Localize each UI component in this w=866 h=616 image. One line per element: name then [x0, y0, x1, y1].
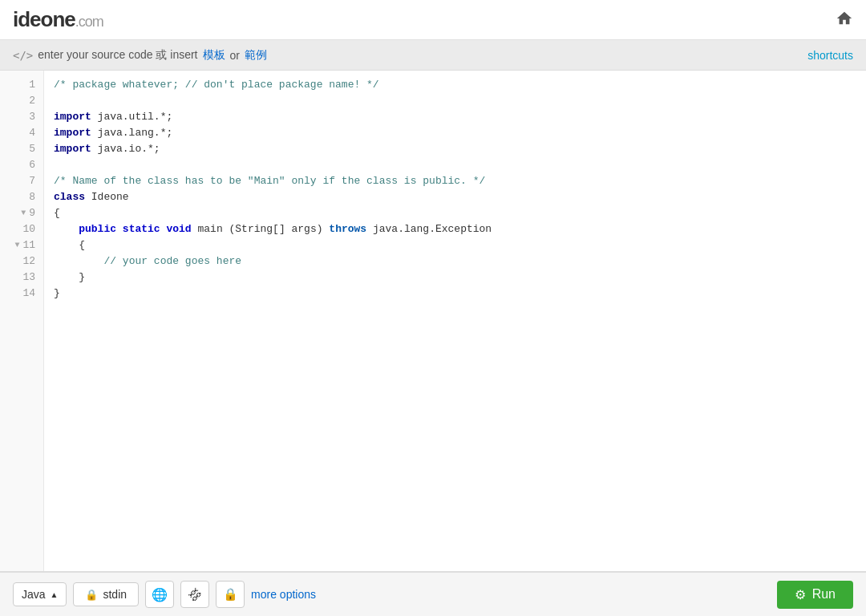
code-line-10: public static void main (String[] args) …	[54, 221, 856, 237]
link-button[interactable]: ⛓	[180, 581, 209, 608]
code-line-9: {	[54, 205, 856, 221]
code-line-8: class Ideone	[54, 189, 856, 205]
more-options-link[interactable]: more options	[251, 588, 316, 601]
visibility-public-button[interactable]: 🌐	[145, 581, 174, 608]
gear-icon: ⚙	[795, 587, 806, 602]
line-num-5: 5	[0, 141, 43, 157]
logo: ideone.com	[13, 7, 103, 32]
logo-main: ideone	[13, 7, 75, 31]
code-line-4: import java.lang.*;	[54, 125, 856, 141]
code-line-13: }	[54, 270, 856, 286]
run-button[interactable]: ⚙ Run	[777, 581, 853, 609]
language-label: Java	[22, 588, 46, 601]
example-link[interactable]: 範例	[245, 48, 267, 63]
bottom-bar: Java ▲ 🔒 stdin 🌐 ⛓ 🔒 more options ⚙ Run	[0, 572, 866, 616]
code-line-12: // your code goes here	[54, 253, 856, 270]
stdin-button[interactable]: 🔒 stdin	[73, 582, 139, 606]
line-num-13: 13	[0, 270, 43, 286]
home-icon[interactable]	[836, 10, 853, 30]
code-line-7: /* Name of the class has to be "Main" on…	[54, 173, 856, 189]
code-line-6	[54, 157, 856, 173]
toolbar-prompt: enter your source code 或 insert	[38, 48, 197, 63]
globe-icon: 🌐	[152, 587, 168, 602]
line-num-4: 4	[0, 125, 43, 141]
code-editor[interactable]: /* package whatever; // don't place pack…	[44, 71, 866, 571]
code-line-14: }	[54, 286, 856, 302]
code-line-3: import java.util.*;	[54, 109, 856, 125]
line-num-8: 8	[0, 189, 43, 205]
language-selector-button[interactable]: Java ▲	[13, 582, 67, 606]
toolbar-left: </> enter your source code 或 insert 模板 o…	[13, 48, 267, 63]
line-numbers: 1 2 3 4 5 6 7 8 ▼9 10 ▼11 12 13 14	[0, 71, 44, 571]
header: ideone.com	[0, 0, 866, 40]
code-line-11: {	[54, 237, 856, 253]
line-num-6: 6	[0, 157, 43, 173]
code-line-1: /* package whatever; // don't place pack…	[54, 77, 856, 93]
code-brackets-icon: </>	[13, 49, 33, 62]
link-icon: ⛓	[186, 586, 204, 604]
shortcuts-link[interactable]: shortcuts	[807, 49, 853, 62]
line-num-3: 3	[0, 109, 43, 125]
code-line-5: import java.io.*;	[54, 141, 856, 157]
line-num-11[interactable]: ▼11	[0, 237, 43, 253]
lock-icon: 🔒	[223, 587, 238, 602]
code-line-2	[54, 93, 856, 109]
line-num-1: 1	[0, 77, 43, 93]
line-num-12: 12	[0, 253, 43, 270]
template-link[interactable]: 模板	[203, 48, 225, 63]
line-num-9[interactable]: ▼9	[0, 205, 43, 221]
stdin-lock-icon: 🔒	[85, 589, 98, 601]
line-num-10: 10	[0, 221, 43, 237]
line-num-7: 7	[0, 173, 43, 189]
logo-dotcom: .com	[75, 14, 103, 30]
line-num-2: 2	[0, 93, 43, 109]
lock-button[interactable]: 🔒	[216, 581, 245, 608]
toolbar-or: or	[230, 49, 240, 62]
line-num-14: 14	[0, 286, 43, 302]
bottom-left-controls: Java ▲ 🔒 stdin 🌐 ⛓ 🔒 more options	[13, 581, 316, 608]
stdin-label: stdin	[103, 588, 127, 601]
editor-container: 1 2 3 4 5 6 7 8 ▼9 10 ▼11 12 13 14 /* pa…	[0, 71, 866, 572]
run-label: Run	[812, 587, 836, 602]
toolbar: </> enter your source code 或 insert 模板 o…	[0, 40, 866, 71]
chevron-up-icon: ▲	[51, 590, 59, 599]
